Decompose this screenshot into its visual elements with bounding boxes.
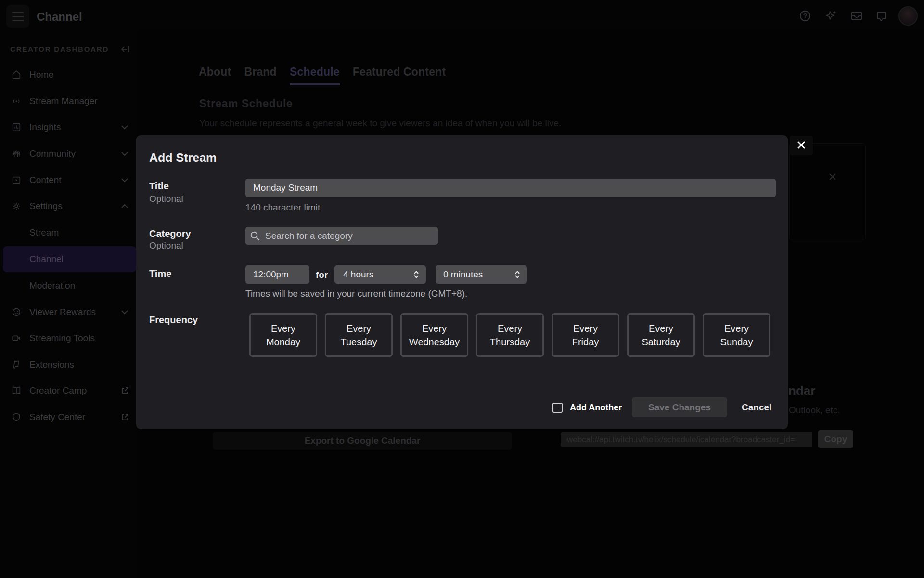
chevron-down-icon [121, 124, 128, 130]
topbar-title: Channel [37, 10, 82, 24]
creator-dashboard-sidebar: CREATOR DASHBOARD HomeStream ManagerInsi… [0, 30, 136, 578]
svg-text:?: ? [803, 12, 808, 20]
category-placeholder: Search for a category [265, 227, 353, 245]
chevron-down-icon [121, 177, 128, 183]
modal-close-icon[interactable] [795, 139, 808, 151]
frequency-wednesday-button[interactable]: EveryWednesday [400, 313, 468, 357]
frequency-saturday-button[interactable]: EverySaturday [627, 313, 695, 357]
top-bar: Channel ? [0, 0, 924, 30]
hamburger-menu-button[interactable] [6, 5, 29, 28]
extensions-icon [11, 359, 22, 370]
sidebar-item-stream[interactable]: Stream [0, 220, 136, 246]
frequency-monday-button[interactable]: EveryMonday [249, 313, 317, 357]
sidebar-item-label: Settings [29, 201, 63, 211]
sidebar-item-creator-camp[interactable]: Creator Camp [0, 378, 136, 404]
time-label: Time [149, 268, 171, 279]
content-icon [11, 175, 22, 185]
stream-manager-icon [11, 96, 22, 106]
creator-camp-icon [11, 385, 22, 396]
sidebar-item-stream-manager[interactable]: Stream Manager [0, 88, 136, 114]
tab-schedule[interactable]: Schedule [290, 66, 340, 85]
tab-brand[interactable]: Brand [244, 66, 276, 85]
callout-card [789, 143, 866, 240]
sidebar-item-label: Safety Center [29, 412, 85, 422]
tab-featured-content[interactable]: Featured Content [353, 66, 446, 85]
help-icon[interactable]: ? [799, 10, 811, 22]
title-label: Title [149, 181, 169, 192]
sidebar-item-label: Content [29, 175, 62, 185]
sidebar-item-settings[interactable]: Settings [0, 193, 136, 219]
sidebar-item-label: Extensions [29, 359, 74, 370]
streaming-tools-icon [11, 333, 22, 343]
time-start-input[interactable]: 12:00pm [245, 265, 309, 284]
sidebar-item-streaming-tools[interactable]: Streaming Tools [0, 325, 136, 351]
tab-about[interactable]: About [199, 66, 231, 85]
timezone-note: Times will be saved in your current time… [245, 289, 467, 299]
page-subtitle: Your schedule represents a general week … [199, 118, 561, 129]
category-optional: Optional [149, 240, 183, 251]
sidebar-item-moderation[interactable]: Moderation [0, 273, 136, 299]
calendar-desc-fragment: Outlook, etc. [789, 405, 840, 416]
title-input[interactable]: Monday Stream [245, 179, 776, 197]
search-icon [250, 231, 260, 241]
for-label: for [316, 270, 328, 280]
channel-tabs: AboutBrandScheduleFeatured Content [199, 66, 446, 85]
sidebar-item-community[interactable]: Community [0, 141, 136, 167]
category-search-input[interactable]: Search for a category [245, 227, 438, 245]
frequency-friday-button[interactable]: EveryFriday [552, 313, 619, 357]
duration-minutes-select[interactable]: 0 minutes [436, 265, 527, 284]
export-google-calendar-button[interactable]: Export to Google Calendar [213, 432, 512, 450]
add-another-checkbox[interactable] [552, 403, 563, 413]
chevron-up-icon [121, 203, 128, 209]
copy-url-button[interactable]: Copy [818, 430, 853, 448]
sidebar-item-label: Home [29, 69, 54, 80]
frequency-sunday-button[interactable]: EverySunday [703, 313, 770, 357]
sidebar-item-content[interactable]: Content [0, 167, 136, 193]
callout-close-icon[interactable] [826, 171, 839, 183]
modal-title: Add Stream [149, 151, 217, 165]
frequency-thursday-button[interactable]: EveryThursday [476, 313, 544, 357]
sparkle-icon[interactable] [825, 10, 838, 22]
insights-icon [11, 122, 22, 132]
chevron-down-icon [121, 309, 128, 315]
external-link-icon [121, 413, 129, 421]
user-avatar[interactable] [898, 6, 918, 26]
cancel-button[interactable]: Cancel [742, 402, 771, 413]
duration-hours-select[interactable]: 4 hours [334, 265, 426, 284]
stepper-icon [413, 270, 420, 279]
frequency-label: Frequency [149, 315, 198, 326]
sidebar-item-insights[interactable]: Insights [0, 114, 136, 140]
sidebar-item-label: Community [29, 148, 76, 159]
external-link-icon [121, 386, 129, 395]
sidebar-header: CREATOR DASHBOARD [10, 45, 109, 53]
save-changes-button[interactable]: Save Changes [632, 397, 727, 417]
chat-icon[interactable] [875, 10, 888, 22]
community-icon [11, 148, 22, 159]
add-stream-modal: Add Stream Title Optional Monday Stream … [136, 135, 788, 429]
sidebar-item-safety-center[interactable]: Safety Center [0, 404, 136, 430]
page-heading: Stream Schedule [199, 97, 293, 110]
frequency-tuesday-button[interactable]: EveryTuesday [325, 313, 393, 357]
stepper-icon [514, 270, 521, 279]
sidebar-item-viewer-rewards[interactable]: Viewer Rewards [0, 299, 136, 325]
calendar-heading-fragment: ndar [788, 383, 815, 398]
settings-icon [11, 201, 22, 211]
collapse-sidebar-icon[interactable] [120, 44, 131, 54]
sidebar-item-label: Channel [29, 254, 64, 264]
sidebar-item-label: Streaming Tools [29, 333, 95, 343]
sidebar-item-label: Creator Camp [29, 385, 87, 396]
webcal-url-field[interactable]: webcal://api.twitch.tv/helix/schedule/ic… [561, 432, 812, 447]
sidebar-item-label: Stream Manager [29, 96, 98, 106]
character-limit-hint: 140 character limit [245, 202, 320, 213]
sidebar-item-home[interactable]: Home [0, 62, 136, 88]
inbox-icon[interactable] [850, 10, 863, 22]
home-icon [11, 69, 22, 80]
chevron-down-icon [121, 151, 128, 157]
frequency-day-buttons: EveryMondayEveryTuesdayEveryWednesdayEve… [249, 313, 770, 357]
sidebar-item-label: Stream [29, 227, 59, 238]
sidebar-item-label: Viewer Rewards [29, 307, 96, 317]
sidebar-item-extensions[interactable]: Extensions [0, 352, 136, 378]
category-label: Category [149, 228, 191, 239]
sidebar-item-channel[interactable]: Channel [3, 246, 136, 272]
title-optional: Optional [149, 194, 183, 204]
